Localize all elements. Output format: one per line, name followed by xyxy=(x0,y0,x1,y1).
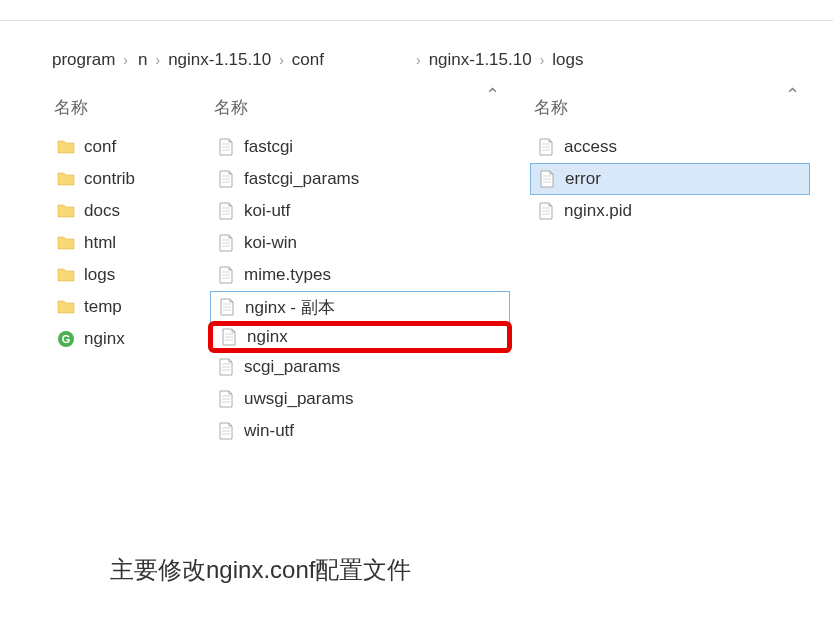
chevron-right-icon: › xyxy=(155,52,160,68)
file-nginx-pid[interactable]: nginx.pid xyxy=(530,195,810,227)
file-label: temp xyxy=(84,297,122,317)
file-fastcgi-params[interactable]: fastcgi_params xyxy=(210,163,510,195)
breadcrumb-nginx1[interactable]: nginx-1.15.10 xyxy=(164,48,275,72)
column-header-label: 名称 xyxy=(214,98,248,117)
file-label: nginx xyxy=(247,327,288,347)
column-header-name[interactable]: 名称 ⌃ xyxy=(530,90,810,131)
folder-icon xyxy=(56,297,76,317)
breadcrumb-conf[interactable]: conf xyxy=(288,48,328,72)
chevron-right-icon: › xyxy=(540,52,545,68)
file-error[interactable]: error xyxy=(530,163,810,195)
file-access[interactable]: access xyxy=(530,131,810,163)
file-icon xyxy=(219,327,239,347)
file-label: scgi_params xyxy=(244,357,340,377)
file-label: access xyxy=(564,137,617,157)
file-icon xyxy=(216,169,236,189)
folder-conf[interactable]: conf xyxy=(50,131,190,163)
file-mime-types[interactable]: mime.types xyxy=(210,259,510,291)
column-header-name[interactable]: 名称 xyxy=(50,90,190,131)
file-icon xyxy=(536,201,556,221)
file-win-utf[interactable]: win-utf xyxy=(210,415,510,447)
file-nginx-copy[interactable]: nginx - 副本 xyxy=(210,291,510,323)
file-fastcgi[interactable]: fastcgi xyxy=(210,131,510,163)
explorer-panes: 名称 conf contrib docs html logs xyxy=(0,80,833,447)
folder-icon xyxy=(56,265,76,285)
breadcrumb-program[interactable]: program xyxy=(48,48,119,72)
folder-icon xyxy=(56,169,76,189)
file-icon xyxy=(216,233,236,253)
file-label: conf xyxy=(84,137,116,157)
file-label: nginx xyxy=(84,329,125,349)
file-label: html xyxy=(84,233,116,253)
folder-html[interactable]: html xyxy=(50,227,190,259)
folder-docs[interactable]: docs xyxy=(50,195,190,227)
sort-ascending-icon: ⌃ xyxy=(785,84,800,106)
file-koi-utf[interactable]: koi-utf xyxy=(210,195,510,227)
pane-logs: 名称 ⌃ access error nginx.pid xyxy=(510,80,810,447)
breadcrumb-partial[interactable]: n xyxy=(134,48,151,72)
chevron-right-icon: › xyxy=(279,52,284,68)
file-label: win-utf xyxy=(244,421,294,441)
pane-program: 名称 conf contrib docs html logs xyxy=(0,80,190,447)
file-icon xyxy=(216,357,236,377)
file-nginx-conf[interactable]: nginx xyxy=(208,321,512,353)
folder-icon xyxy=(56,137,76,157)
file-label: koi-utf xyxy=(244,201,290,221)
file-label: koi-win xyxy=(244,233,297,253)
file-icon xyxy=(216,421,236,441)
file-label: mime.types xyxy=(244,265,331,285)
file-list-3: access error nginx.pid xyxy=(530,131,810,227)
file-icon xyxy=(216,265,236,285)
column-header-name[interactable]: 名称 ⌃ xyxy=(210,90,510,131)
breadcrumb-nginx2[interactable]: nginx-1.15.10 xyxy=(425,48,536,72)
file-scgi-params[interactable]: scgi_params xyxy=(210,351,510,383)
file-label: nginx.pid xyxy=(564,201,632,221)
file-label: docs xyxy=(84,201,120,221)
breadcrumb-logs[interactable]: logs xyxy=(548,48,587,72)
pane-conf: 名称 ⌃ fastcgi fastcgi_params koi-utf koi-… xyxy=(190,80,510,447)
file-icon xyxy=(217,297,237,317)
file-icon xyxy=(216,389,236,409)
folder-contrib[interactable]: contrib xyxy=(50,163,190,195)
folder-temp[interactable]: temp xyxy=(50,291,190,323)
app-nginx[interactable]: nginx xyxy=(50,323,190,355)
file-koi-win[interactable]: koi-win xyxy=(210,227,510,259)
file-label: fastcgi_params xyxy=(244,169,359,189)
breadcrumb-bar: program › n › nginx-1.15.10 › conf › ngi… xyxy=(0,40,833,80)
folder-logs[interactable]: logs xyxy=(50,259,190,291)
file-icon xyxy=(216,137,236,157)
file-label: contrib xyxy=(84,169,135,189)
file-label: uwsgi_params xyxy=(244,389,354,409)
file-list-2: fastcgi fastcgi_params koi-utf koi-win m… xyxy=(210,131,510,447)
folder-icon xyxy=(56,233,76,253)
file-label: error xyxy=(565,169,601,189)
file-list-1: conf contrib docs html logs temp xyxy=(50,131,190,355)
nginx-app-icon xyxy=(56,329,76,349)
file-label: logs xyxy=(84,265,115,285)
file-label: nginx - 副本 xyxy=(245,296,335,319)
file-icon xyxy=(536,137,556,157)
chevron-right-icon: › xyxy=(416,52,421,68)
top-divider xyxy=(0,20,833,21)
column-header-label: 名称 xyxy=(534,98,568,117)
chevron-right-icon: › xyxy=(123,52,128,68)
sort-ascending-icon: ⌃ xyxy=(485,84,500,106)
file-icon xyxy=(537,169,557,189)
file-icon xyxy=(216,201,236,221)
annotation-caption: 主要修改nginx.conf配置文件 xyxy=(110,554,411,586)
file-uwsgi-params[interactable]: uwsgi_params xyxy=(210,383,510,415)
file-label: fastcgi xyxy=(244,137,293,157)
folder-icon xyxy=(56,201,76,221)
